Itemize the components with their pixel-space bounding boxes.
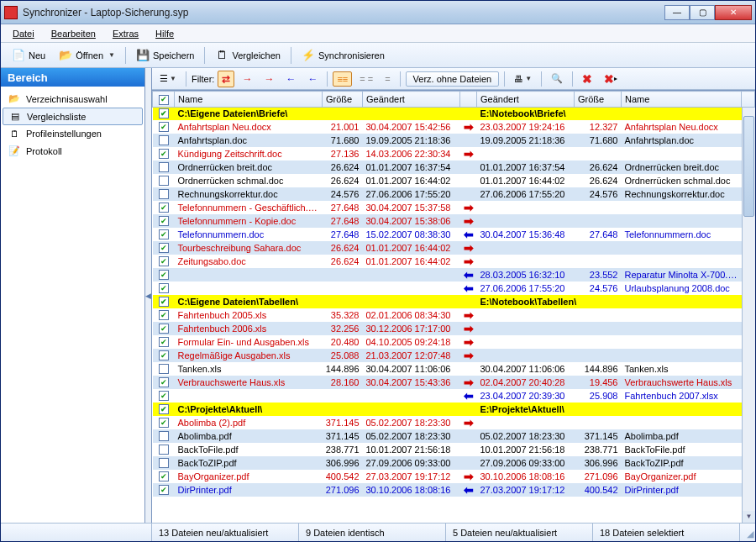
delete-all-button[interactable]: ✖▸ [600, 70, 622, 88]
row-checkbox[interactable] [159, 337, 169, 347]
cell-action[interactable]: ⬅ [460, 389, 477, 403]
row-checkbox[interactable] [159, 445, 169, 455]
filter-only-left[interactable]: ← [303, 71, 322, 87]
row-checkbox[interactable] [159, 310, 169, 320]
row-checkbox[interactable] [159, 324, 169, 334]
row-checkbox[interactable] [159, 216, 169, 226]
file-row[interactable]: ⬅28.03.2005 16:32:1023.552Reparatur Mino… [153, 268, 755, 282]
row-checkbox[interactable] [159, 203, 169, 213]
file-row[interactable]: Rechnungskorrektur.doc24.57627.06.2006 1… [153, 187, 755, 201]
cell-action[interactable]: ➡ [460, 470, 477, 483]
cell-action[interactable] [460, 429, 477, 443]
file-row[interactable]: Fahrtenbuch 2005.xls35.32802.01.2006 08:… [153, 308, 755, 322]
file-row[interactable]: BackToFile.pdf238.77110.01.2007 21:56:18… [153, 443, 755, 456]
filter-only-right[interactable]: → [238, 71, 256, 87]
cell-action[interactable]: ⬅ [460, 268, 477, 282]
sidebar-collapse-handle[interactable]: ◀ [145, 68, 152, 523]
toolbar-vergleichen[interactable]: Vergleichen [209, 45, 286, 66]
cell-action[interactable]: ⬅ [460, 483, 477, 497]
cell-action[interactable]: ➡ [460, 335, 477, 349]
file-row[interactable]: Ordnerrücken schmal.doc26.62401.01.2007 … [153, 174, 755, 187]
row-checkbox[interactable] [159, 471, 169, 481]
sidebar-item-vergleichsliste[interactable]: ▤Vergleichsliste [3, 108, 143, 125]
file-row[interactable]: Fahrtenbuch 2006.xls32.25630.12.2006 17:… [153, 322, 755, 335]
file-row[interactable]: Verbrauchswerte Haus.xls28.16030.04.2007… [153, 376, 755, 389]
cell-action[interactable] [460, 134, 477, 147]
resize-grip-icon[interactable]: ◢ [740, 524, 755, 541]
check-all-icon[interactable] [159, 95, 169, 105]
file-row[interactable]: ⬅23.04.2007 20:39:3025.908Fahrtenbuch 20… [153, 389, 755, 403]
row-checkbox[interactable] [159, 404, 169, 414]
filter-show-diffs[interactable]: ≡≡ [333, 71, 352, 87]
folder-group-row[interactable]: C:\Eigene Dateien\Briefe\E:\Notebook\Bri… [153, 107, 755, 120]
cell-action[interactable]: ➡ [460, 322, 477, 335]
row-checkbox[interactable] [159, 135, 169, 145]
row-checkbox[interactable] [159, 458, 169, 468]
row-checkbox[interactable] [159, 377, 169, 387]
menu-datei[interactable]: Datei [6, 27, 41, 40]
folder-group-row[interactable]: C:\Eigene Dateien\Tabellen\E:\Notebook\T… [153, 295, 755, 308]
cell-action[interactable] [460, 362, 477, 376]
hide-empty-folders-button[interactable]: Verz. ohne Dateien [406, 71, 500, 87]
print-button[interactable]: 🖶▼ [510, 71, 536, 87]
row-checkbox[interactable] [159, 149, 169, 159]
toolbar-neu[interactable]: Neu [6, 45, 51, 66]
menu-hilfe[interactable]: Hilfe [149, 27, 181, 40]
row-checkbox[interactable] [159, 391, 169, 401]
file-row[interactable]: Tourbeschreibung Sahara.doc26.62401.01.2… [153, 241, 755, 255]
menu-bearbeiten[interactable]: Bearbeiten [45, 27, 102, 40]
file-row[interactable]: DirPrinter.pdf271.09630.10.2006 18:08:16… [153, 483, 755, 497]
sidebar-item-verzeichnisauswahl[interactable]: 📂Verzeichnisauswahl [1, 90, 144, 108]
row-checkbox[interactable] [159, 162, 169, 172]
cell-action[interactable]: ➡ [460, 255, 477, 268]
row-checkbox[interactable] [159, 270, 169, 280]
sidebar-item-profileinstellungen[interactable]: 🗒Profileinstellungen [1, 125, 144, 142]
filter-newer-left[interactable]: ← [281, 71, 300, 87]
file-row[interactable]: Telefonnummern - Geschäftlich.doc27.6483… [153, 201, 755, 214]
cell-action[interactable] [460, 160, 477, 174]
row-checkbox[interactable] [159, 176, 169, 186]
row-checkbox[interactable] [159, 283, 169, 293]
folder-group-row[interactable]: C:\Projekte\Aktuell\E:\Projekte\Aktuell\ [153, 403, 755, 416]
filter-show-equal[interactable]: = = [355, 71, 377, 87]
file-row[interactable]: Tanken.xls144.89630.04.2007 11:06:0630.0… [153, 362, 755, 376]
row-checkbox[interactable] [159, 431, 169, 441]
file-row[interactable]: Abolimba (2).pdf371.14505.02.2007 18:23:… [153, 416, 755, 429]
file-row[interactable]: Ordnerrücken breit.doc26.62401.01.2007 1… [153, 160, 755, 174]
row-checkbox[interactable] [159, 297, 169, 307]
cell-action[interactable]: ➡ [460, 308, 477, 322]
cell-action[interactable] [460, 187, 477, 201]
cell-action[interactable]: ⬅ [460, 228, 477, 241]
cell-action[interactable]: ➡ [460, 214, 477, 228]
cell-action[interactable]: ➡ [460, 201, 477, 214]
cell-action[interactable] [460, 443, 477, 456]
preview-button[interactable]: 🔍 [547, 71, 567, 87]
col-header-action[interactable] [460, 92, 477, 108]
file-row[interactable]: Formular Ein- und Ausgaben.xls20.48004.1… [153, 335, 755, 349]
row-checkbox[interactable] [159, 243, 169, 253]
col-header-size-right[interactable]: Größe [575, 92, 622, 108]
file-row[interactable]: Abolimba.pdf371.14505.02.2007 18:23:3005… [153, 429, 755, 443]
col-header-checkbox[interactable] [153, 92, 175, 108]
scroll-down-icon[interactable]: ▼ [743, 511, 755, 523]
row-checkbox[interactable] [159, 418, 169, 428]
row-checkbox[interactable] [159, 256, 169, 266]
row-checkbox[interactable] [159, 364, 169, 374]
filter-show-all-dropdown[interactable]: ☰▼ [155, 71, 181, 87]
close-button[interactable]: ✕ [715, 5, 752, 20]
col-header-size-left[interactable]: Größe [323, 92, 363, 108]
file-row[interactable]: BackToZIP.pdf306.99627.09.2006 09:33:002… [153, 456, 755, 470]
file-row[interactable]: Telefonnummern.doc27.64815.02.2007 08:38… [153, 228, 755, 241]
cell-action[interactable] [460, 456, 477, 470]
menu-extras[interactable]: Extras [106, 27, 145, 40]
toolbar-speichern[interactable]: Speichern [130, 45, 201, 66]
col-header-date-left[interactable]: Geändert [363, 92, 460, 108]
dropdown-icon[interactable]: ▼ [108, 51, 115, 59]
cell-action[interactable]: ➡ [460, 147, 477, 160]
cell-action[interactable]: ➡ [460, 376, 477, 389]
file-row[interactable]: Regelmäßige Ausgaben.xls25.08821.03.2007… [153, 349, 755, 362]
scrollbar-thumb[interactable] [743, 116, 754, 217]
col-header-name-left[interactable]: Name [175, 92, 323, 108]
file-row[interactable]: BayOrganizer.pdf400.54227.03.2007 19:17:… [153, 470, 755, 483]
filter-newer-right[interactable]: → [260, 71, 278, 87]
